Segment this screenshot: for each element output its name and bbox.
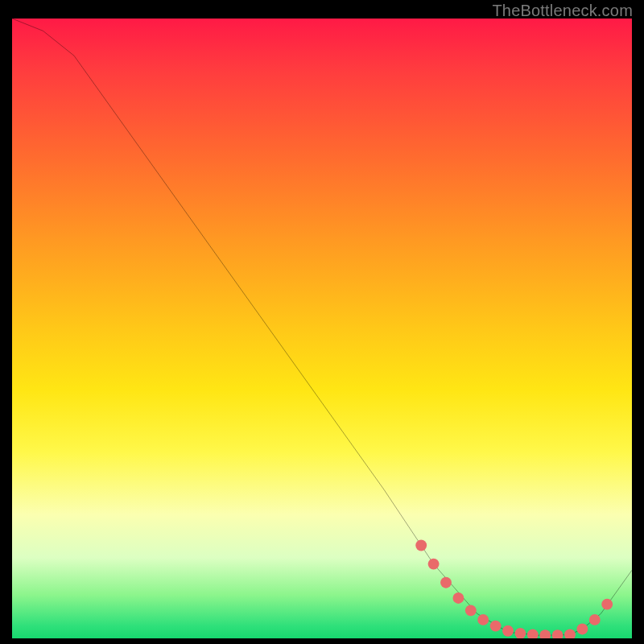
chart-marker bbox=[564, 629, 576, 638]
attribution-label: TheBottleneck.com bbox=[492, 2, 633, 20]
chart-markers bbox=[415, 540, 613, 638]
chart-marker bbox=[452, 592, 464, 604]
chart-marker bbox=[502, 625, 514, 637]
chart-marker bbox=[415, 540, 427, 551]
chart-marker bbox=[465, 605, 477, 616]
chart-marker bbox=[539, 630, 551, 638]
chart-marker bbox=[490, 621, 502, 632]
chart-line bbox=[12, 19, 632, 635]
chart-frame: TheBottleneck.com bbox=[0, 0, 644, 644]
chart-marker bbox=[589, 614, 601, 625]
chart-marker bbox=[576, 624, 588, 635]
chart-marker bbox=[440, 577, 452, 588]
chart-marker bbox=[601, 599, 613, 610]
chart-plot-area bbox=[12, 19, 632, 638]
chart-svg bbox=[12, 19, 632, 638]
chart-marker bbox=[477, 614, 489, 625]
chart-marker bbox=[428, 559, 440, 570]
chart-marker bbox=[514, 628, 526, 638]
chart-marker bbox=[527, 629, 539, 638]
chart-marker bbox=[552, 630, 564, 638]
